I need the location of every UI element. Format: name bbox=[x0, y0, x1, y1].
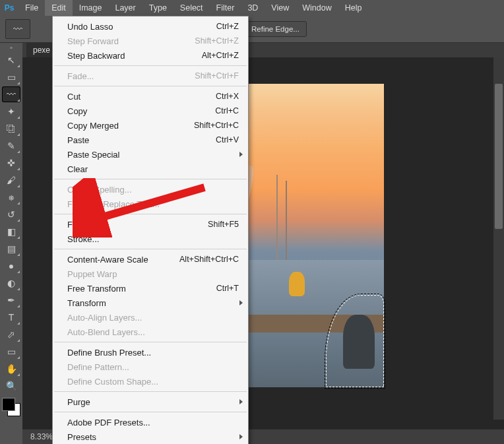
edit-menu-item-step-backward[interactable]: Step BackwardAlt+Ctrl+Z bbox=[53, 48, 248, 63]
edit-menu-item-fill[interactable]: Fill...Shift+F5 bbox=[53, 217, 248, 232]
menu-item-label: Step Forward bbox=[67, 36, 119, 46]
menu-item-label: Fill... bbox=[67, 220, 85, 230]
menu-window[interactable]: Window bbox=[296, 0, 338, 16]
menu-item-shortcut: Shift+F5 bbox=[208, 220, 239, 229]
menu-item-label: Free Transform bbox=[67, 284, 126, 294]
menu-file[interactable]: File bbox=[18, 0, 45, 16]
edit-menu-item-transform[interactable]: Transform bbox=[53, 296, 248, 310]
menu-item-label: Define Custom Shape... bbox=[67, 377, 158, 387]
edit-menu-item-find-and-replace-text: Find and Replace Text... bbox=[53, 197, 248, 211]
menu-item-shortcut: Ctrl+C bbox=[215, 106, 239, 115]
menu-3d[interactable]: 3D bbox=[241, 0, 265, 16]
edit-menu-item-purge[interactable]: Purge bbox=[53, 395, 248, 409]
edit-menu-item-define-pattern: Define Pattern... bbox=[53, 360, 248, 374]
menu-select[interactable]: Select bbox=[173, 0, 210, 16]
menu-item-label: Purge bbox=[67, 397, 90, 407]
menu-item-label: Step Backward bbox=[67, 51, 125, 61]
move-tool[interactable]: ↖ bbox=[2, 52, 20, 68]
edit-menu-item-check-spelling: Check Spelling... bbox=[53, 182, 248, 197]
edit-menu-item-step-forward: Step ForwardShift+Ctrl+Z bbox=[53, 34, 248, 48]
menu-item-label: Presets bbox=[67, 432, 96, 442]
edit-menu-item-copy[interactable]: CopyCtrl+C bbox=[53, 104, 248, 118]
lasso-tool-preview-icon[interactable]: 〰 bbox=[5, 19, 30, 39]
edit-menu-item-undo-lasso[interactable]: Undo LassoCtrl+Z bbox=[53, 19, 248, 34]
edit-menu-item-cut[interactable]: CutCtrl+X bbox=[53, 89, 248, 104]
menu-item-shortcut: Alt+Ctrl+Z bbox=[202, 51, 239, 60]
edit-menu-item-copy-merged[interactable]: Copy MergedShift+Ctrl+C bbox=[53, 118, 248, 133]
menu-item-shortcut: Shift+Ctrl+Z bbox=[195, 36, 239, 46]
menu-item-label: Auto-Align Layers... bbox=[67, 313, 142, 323]
menu-item-shortcut: Ctrl+T bbox=[216, 284, 239, 293]
rect-marquee-tool[interactable]: ▭ bbox=[2, 69, 20, 85]
menu-separator bbox=[54, 179, 247, 179]
edit-menu-item-define-custom-shape: Define Custom Shape... bbox=[53, 374, 248, 389]
foreground-color-swatch[interactable] bbox=[2, 398, 15, 411]
zoom-tool[interactable]: 🔍 bbox=[2, 378, 20, 394]
blur-tool[interactable]: ● bbox=[2, 258, 20, 274]
menu-item-label: Stroke... bbox=[67, 234, 99, 244]
edit-menu-item-adobe-pdf-presets[interactable]: Adobe PDF Presets... bbox=[53, 415, 248, 429]
menu-view[interactable]: View bbox=[265, 0, 296, 16]
edit-menu-item-fade: Fade...Shift+Ctrl+F bbox=[53, 69, 248, 83]
menu-help[interactable]: Help bbox=[338, 0, 369, 16]
edit-menu-item-define-brush-preset[interactable]: Define Brush Preset... bbox=[53, 345, 248, 360]
edit-menu-dropdown: Undo LassoCtrl+ZStep ForwardShift+Ctrl+Z… bbox=[52, 16, 249, 444]
menu-filter[interactable]: Filter bbox=[210, 0, 241, 16]
menu-item-shortcut: Ctrl+Z bbox=[216, 22, 239, 31]
edit-menu-item-paste-special[interactable]: Paste Special bbox=[53, 147, 248, 162]
magic-wand-tool[interactable]: ✦ bbox=[2, 104, 20, 119]
healing-brush-tool[interactable]: ✜ bbox=[2, 155, 20, 171]
menu-item-label: Define Pattern... bbox=[67, 362, 129, 372]
menu-edit[interactable]: Edit bbox=[45, 0, 73, 16]
edit-menu-item-paste[interactable]: PasteCtrl+V bbox=[53, 133, 248, 147]
menu-item-label: Auto-Blend Layers... bbox=[67, 327, 145, 337]
eyedropper-tool[interactable]: ✎ bbox=[2, 138, 20, 154]
edit-menu-item-auto-align-layers: Auto-Align Layers... bbox=[53, 310, 248, 325]
scrollbar-thumb[interactable] bbox=[495, 84, 503, 229]
menu-type[interactable]: Type bbox=[142, 0, 173, 16]
menu-item-shortcut: Alt+Shift+Ctrl+C bbox=[179, 255, 239, 264]
menu-item-label: Undo Lasso bbox=[67, 22, 113, 32]
history-brush-tool[interactable]: ↺ bbox=[2, 206, 20, 222]
tool-strip: » ↖▭〰✦⿻✎✜🖌⎈↺◧▤●◐✒T⬀▭✋🔍 bbox=[0, 43, 22, 444]
dodge-tool[interactable]: ◐ bbox=[2, 275, 20, 291]
clone-stamp-tool[interactable]: ⎈ bbox=[2, 189, 20, 205]
gradient-tool[interactable]: ▤ bbox=[2, 241, 20, 257]
eraser-tool[interactable]: ◧ bbox=[2, 224, 20, 239]
refine-edge-button[interactable]: Refine Edge... bbox=[244, 21, 307, 37]
path-select-tool[interactable]: ⬀ bbox=[2, 327, 20, 342]
menu-item-label: Define Brush Preset... bbox=[67, 348, 151, 358]
pen-tool[interactable]: ✒ bbox=[2, 292, 20, 308]
menu-image[interactable]: Image bbox=[73, 0, 109, 16]
menu-separator bbox=[54, 412, 247, 412]
edit-menu-item-clear[interactable]: Clear bbox=[53, 162, 248, 176]
edit-menu-item-free-transform[interactable]: Free TransformCtrl+T bbox=[53, 281, 248, 296]
edit-menu-item-stroke[interactable]: Stroke... bbox=[53, 232, 248, 246]
menu-item-label: Clear bbox=[67, 164, 88, 174]
hand-tool[interactable]: ✋ bbox=[2, 361, 20, 377]
menu-item-shortcut: Shift+Ctrl+C bbox=[194, 121, 239, 130]
vertical-scrollbar[interactable] bbox=[493, 57, 504, 420]
submenu-arrow-icon bbox=[239, 434, 243, 439]
tool-strip-expand-icon[interactable]: » bbox=[1, 44, 21, 51]
menu-item-shortcut: Ctrl+X bbox=[216, 92, 239, 101]
edit-menu-item-presets[interactable]: Presets bbox=[53, 429, 248, 444]
menu-separator bbox=[54, 65, 247, 66]
submenu-arrow-icon bbox=[239, 399, 243, 404]
menu-item-shortcut: Shift+Ctrl+F bbox=[195, 71, 239, 80]
menu-item-label: Content-Aware Scale bbox=[67, 255, 148, 265]
menu-separator bbox=[54, 86, 247, 86]
type-tool[interactable]: T bbox=[2, 309, 20, 325]
brush-tool[interactable]: 🖌 bbox=[2, 172, 20, 188]
menu-item-label: Fade... bbox=[67, 71, 94, 81]
edit-menu-item-puppet-warp: Puppet Warp bbox=[53, 267, 248, 281]
menu-item-label: Adobe PDF Presets... bbox=[67, 418, 150, 428]
edit-menu-item-content-aware-scale[interactable]: Content-Aware ScaleAlt+Shift+Ctrl+C bbox=[53, 252, 248, 267]
crop-tool[interactable]: ⿻ bbox=[2, 121, 20, 137]
color-swatches[interactable] bbox=[2, 398, 20, 416]
submenu-arrow-icon bbox=[239, 300, 243, 305]
lasso-tool[interactable]: 〰 bbox=[2, 86, 20, 102]
zoom-level[interactable]: 8.33% bbox=[30, 432, 53, 441]
shape-tool[interactable]: ▭ bbox=[2, 344, 20, 360]
menu-layer[interactable]: Layer bbox=[108, 0, 142, 16]
